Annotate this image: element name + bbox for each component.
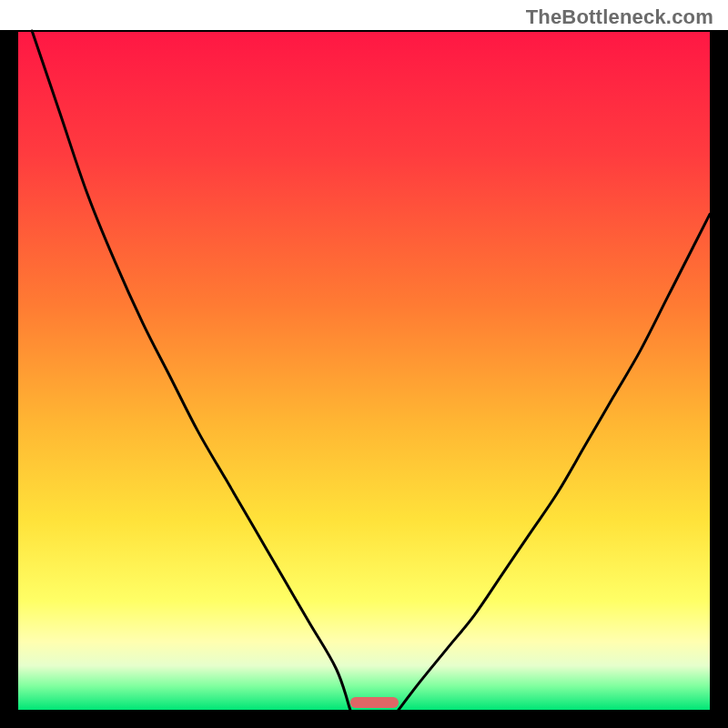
- bottleneck-chart: [0, 0, 728, 728]
- optimal-marker: [350, 697, 399, 708]
- frame-border: [0, 31, 18, 710]
- frame-border: [0, 710, 728, 728]
- watermark-text: TheBottleneck.com: [526, 5, 713, 29]
- chart-frame: TheBottleneck.com: [0, 0, 728, 728]
- gradient-background: [18, 31, 710, 710]
- frame-border: [0, 30, 18, 31]
- frame-border: [710, 31, 728, 710]
- frame-border: [710, 30, 728, 31]
